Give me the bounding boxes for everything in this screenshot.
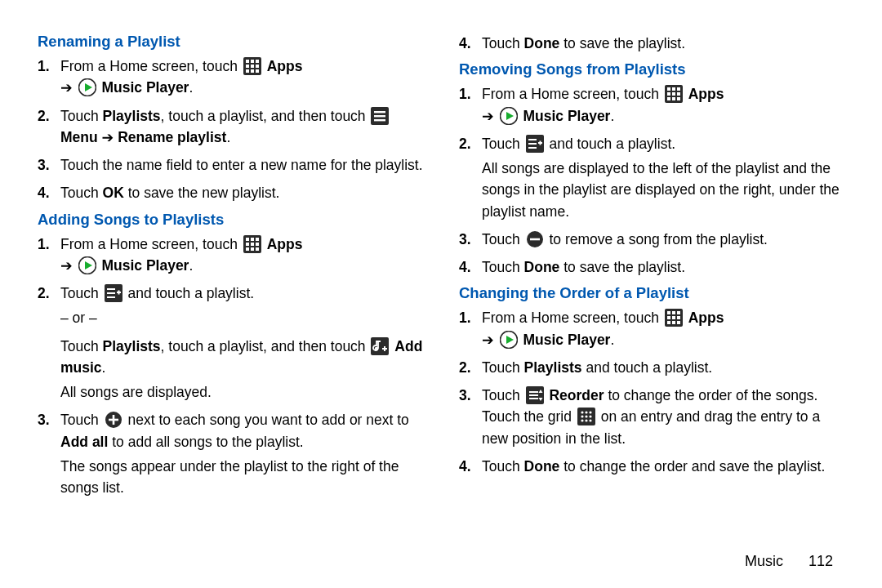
list-item: 4. Touch Done to change the order and sa…: [482, 456, 844, 477]
left-column: Renaming a Playlist 1. From a Home scree…: [38, 29, 423, 547]
remove-circle-icon: [526, 230, 544, 248]
list-item: 1. From a Home screen, touch Apps ➔ Musi…: [482, 307, 844, 350]
add-music-icon: [371, 337, 389, 355]
page-footer: Music 112: [745, 553, 833, 570]
list-item: 2. Touch Playlists and touch a playlist.: [482, 357, 844, 378]
list-item: 2. Touch and touch a playlist. – or – To…: [60, 283, 423, 403]
list-item: 4. Touch Done to save the playlist.: [482, 256, 844, 278]
music-player-icon: [500, 331, 518, 349]
music-player-icon: [500, 107, 518, 125]
music-player-icon: [78, 78, 96, 96]
apps-icon: [243, 57, 261, 75]
section-name: Music: [745, 553, 783, 569]
page-number: 112: [808, 553, 833, 569]
list-item: 3. Touch next to each song you want to a…: [60, 409, 423, 498]
apps-icon: [665, 309, 683, 327]
heading-renaming: Renaming a Playlist: [38, 33, 423, 51]
playlist-add-icon: [105, 284, 122, 302]
list-item: 3. Touch the name field to enter a new n…: [60, 154, 423, 176]
heading-changing: Changing the Order of a Playlist: [459, 284, 844, 302]
list-item: 4. Touch Done to save the playlist.: [482, 33, 844, 54]
heading-removing: Removing Songs from Playlists: [459, 60, 844, 78]
renaming-steps: 1. From a Home screen, touch Apps ➔ Musi…: [38, 56, 423, 204]
playlist-add-icon: [526, 135, 544, 153]
add-circle-icon: [105, 411, 122, 429]
heading-adding: Adding Songs to Playlists: [38, 211, 423, 229]
list-item: 1. From a Home screen, touch Apps ➔ Musi…: [60, 234, 423, 277]
grid-handle-icon: [577, 408, 595, 425]
list-item: 1. From a Home screen, touch Apps ➔ Musi…: [482, 83, 844, 127]
list-item: 2. Touch and touch a playlist. All songs…: [482, 133, 844, 222]
list-item: 4. Touch OK to save the new playlist.: [60, 182, 423, 203]
menu-icon: [371, 107, 389, 125]
music-player-icon: [78, 256, 96, 274]
removing-steps: 1. From a Home screen, touch Apps ➔ Musi…: [459, 83, 844, 278]
list-item: 2. Touch Playlists, touch a playlist, an…: [60, 105, 423, 149]
apps-icon: [243, 235, 261, 253]
list-item: 3. Touch Reorder to change the order of …: [482, 385, 844, 449]
apps-icon: [665, 85, 683, 103]
changing-steps: 1. From a Home screen, touch Apps ➔ Musi…: [459, 307, 844, 477]
adding-steps-cont: 4. Touch Done to save the playlist.: [459, 33, 844, 54]
manual-page: Renaming a Playlist 1. From a Home scree…: [0, 0, 882, 555]
list-item: 3. Touch to remove a song from the playl…: [482, 229, 844, 250]
adding-steps: 1. From a Home screen, touch Apps ➔ Musi…: [38, 234, 423, 499]
list-item: 1. From a Home screen, touch Apps ➔ Musi…: [60, 56, 423, 99]
reorder-icon: [526, 386, 544, 404]
right-column: 4. Touch Done to save the playlist. Remo…: [459, 29, 844, 547]
